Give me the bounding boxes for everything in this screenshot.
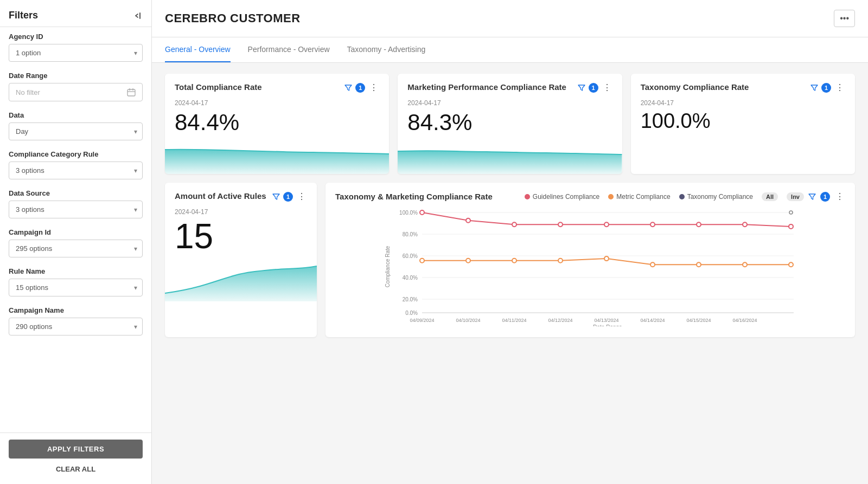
svg-point-44 — [743, 262, 747, 267]
more-button-total-compliance[interactable]: ⋮ — [368, 82, 379, 93]
more-button-marketing-performance[interactable]: ⋮ — [602, 82, 612, 93]
svg-text:20.0%: 20.0% — [403, 296, 418, 302]
legend-dot-taxonomy — [679, 194, 685, 199]
card-actions-marketing-performance: 1 ⋮ — [578, 82, 612, 93]
bottom-row: Amount of Active Rules 1 ⋮ 2024-04-17 15 — [165, 183, 855, 337]
filter-badge-line-chart: 1 — [820, 192, 830, 202]
svg-point-29 — [512, 222, 516, 227]
tab-performance[interactable]: Performance - Overview — [248, 37, 330, 62]
data-source-select[interactable]: 3 options — [9, 201, 143, 218]
filter-icon — [272, 193, 280, 201]
svg-point-40 — [558, 259, 563, 263]
filter-badge-taxonomy-compliance: 1 — [821, 83, 831, 93]
date-range-value: No filter — [16, 88, 40, 96]
tab-taxonomy[interactable]: Taxonomy - Advertising — [347, 37, 426, 62]
svg-text:04/13/2024: 04/13/2024 — [594, 318, 618, 323]
line-chart-header: Taxonomy & Marketing Compliance Rate Gui… — [335, 191, 845, 202]
svg-point-41 — [604, 256, 609, 261]
svg-point-32 — [650, 222, 655, 227]
card-value-active-rules: 15 — [175, 219, 307, 254]
svg-text:04/16/2024: 04/16/2024 — [732, 318, 757, 323]
filter-group-data: Data Day ▾ — [9, 111, 143, 140]
legend-inv-button[interactable]: Inv — [787, 192, 804, 201]
sidebar-collapse-button[interactable] — [132, 10, 143, 21]
svg-text:04/09/2024: 04/09/2024 — [410, 318, 434, 323]
sidebar: Filters Agency ID 1 option ▾ Date Range … — [0, 0, 152, 484]
agency-id-select[interactable]: 1 option — [9, 44, 143, 62]
legend-dot-metric — [608, 194, 614, 199]
campaign-name-select[interactable]: 290 options — [9, 318, 143, 335]
svg-text:04/11/2024: 04/11/2024 — [502, 318, 526, 323]
svg-text:04/14/2024: 04/14/2024 — [640, 318, 665, 323]
metric-cards-row: Total Compliance Rate 1 ⋮ 2024-04-17 84.… — [165, 74, 855, 174]
chart-legend: Guidelines Compliance Metric Compliance … — [525, 192, 804, 201]
svg-point-30 — [558, 222, 563, 227]
filter-label-date-range: Date Range — [9, 72, 143, 80]
filter-button-marketing-performance[interactable] — [578, 84, 585, 92]
rule-name-select-wrapper: 15 options ▾ — [9, 279, 143, 296]
card-taxonomy-compliance: Taxonomy Compliance Rate 1 ⋮ 2024-04-17 … — [631, 74, 855, 174]
legend-label-taxonomy: Taxonomy Compliance — [687, 193, 753, 201]
card-date-taxonomy-compliance: 2024-04-17 — [641, 99, 845, 107]
more-button-line-chart[interactable]: ⋮ — [834, 191, 845, 202]
legend-item-guidelines: Guidelines Compliance — [525, 193, 599, 201]
svg-point-35 — [789, 224, 793, 229]
filter-badge-active-rules: 1 — [283, 192, 293, 202]
svg-text:100.0%: 100.0% — [399, 210, 418, 216]
card-value-total-compliance: 84.4% — [175, 110, 379, 135]
svg-point-28 — [466, 218, 470, 223]
card-date-marketing-performance: 2024-04-17 — [407, 99, 612, 107]
data-source-select-wrapper: 3 options ▾ — [9, 201, 143, 218]
svg-point-45 — [789, 262, 793, 267]
line-chart-title: Taxonomy & Marketing Compliance Rate — [335, 192, 493, 201]
filter-group-campaign-name: Campaign Name 290 options ▾ — [9, 306, 143, 335]
svg-text:60.0%: 60.0% — [403, 253, 418, 259]
svg-point-36 — [789, 211, 793, 214]
card-title-total-compliance: Total Compliance Rate — [175, 82, 344, 92]
data-select[interactable]: Day — [9, 122, 143, 140]
legend-all-button[interactable]: All — [762, 192, 778, 201]
filter-group-date-range: Date Range No filter — [9, 72, 143, 101]
svg-text:04/10/2024: 04/10/2024 — [456, 318, 480, 323]
filter-label-data-source: Data Source — [9, 189, 143, 197]
filter-button-active-rules[interactable] — [272, 193, 280, 201]
card-chart-total-compliance — [165, 141, 389, 174]
date-range-input[interactable]: No filter — [9, 83, 143, 101]
filter-group-agency-id: Agency ID 1 option ▾ — [9, 33, 143, 62]
compliance-select[interactable]: 3 options — [9, 162, 143, 179]
sidebar-divider — [0, 27, 151, 27]
filter-button-total-compliance[interactable] — [344, 84, 352, 92]
more-button-taxonomy-compliance[interactable]: ⋮ — [834, 82, 845, 93]
campaign-id-select[interactable]: 295 options — [9, 240, 143, 257]
filter-label-campaign-name: Campaign Name — [9, 306, 143, 314]
rule-name-select[interactable]: 15 options — [9, 279, 143, 296]
filter-button-line-chart[interactable] — [808, 193, 816, 201]
filter-label-compliance: Compliance Category Rule — [9, 150, 143, 158]
more-button-active-rules[interactable]: ⋮ — [296, 191, 307, 202]
dashboard-content: Total Compliance Rate 1 ⋮ 2024-04-17 84.… — [152, 63, 868, 484]
apply-filters-button[interactable]: APPLY FILTERS — [9, 440, 143, 459]
header-menu-button[interactable]: ••• — [834, 10, 855, 27]
card-title-taxonomy-compliance: Taxonomy Compliance Rate — [641, 82, 810, 92]
calendar-icon — [127, 88, 136, 96]
legend-label-guidelines: Guidelines Compliance — [533, 193, 599, 201]
tab-general[interactable]: General - Overview — [165, 37, 231, 62]
line-chart-svg: Compliance Rate 100.0% 80.0% 60.0% 40.0%… — [335, 207, 845, 326]
card-chart-taxonomy-compliance-empty — [641, 139, 845, 172]
filter-group-compliance: Compliance Category Rule 3 options ▾ — [9, 150, 143, 179]
clear-all-button[interactable]: CLEAR ALL — [9, 463, 143, 475]
legend-item-metric: Metric Compliance — [608, 193, 670, 201]
compliance-select-wrapper: 3 options ▾ — [9, 162, 143, 179]
campaign-name-select-wrapper: 290 options ▾ — [9, 318, 143, 335]
svg-point-38 — [466, 259, 470, 263]
sidebar-scroll[interactable]: Agency ID 1 option ▾ Date Range No filte… — [0, 33, 151, 433]
filter-label-campaign-id: Campaign Id — [9, 228, 143, 236]
filter-button-taxonomy-compliance[interactable] — [810, 84, 818, 92]
card-date-active-rules: 2024-04-17 — [175, 208, 307, 216]
filter-badge-total-compliance: 1 — [355, 83, 365, 93]
svg-text:0.0%: 0.0% — [405, 310, 418, 316]
card-marketing-performance-header: Marketing Performance Compliance Rate 1 … — [407, 82, 612, 93]
main-header: CEREBRO CUSTOMER ••• — [152, 0, 868, 37]
filter-icon — [810, 84, 818, 92]
svg-text:04/15/2024: 04/15/2024 — [686, 318, 711, 323]
